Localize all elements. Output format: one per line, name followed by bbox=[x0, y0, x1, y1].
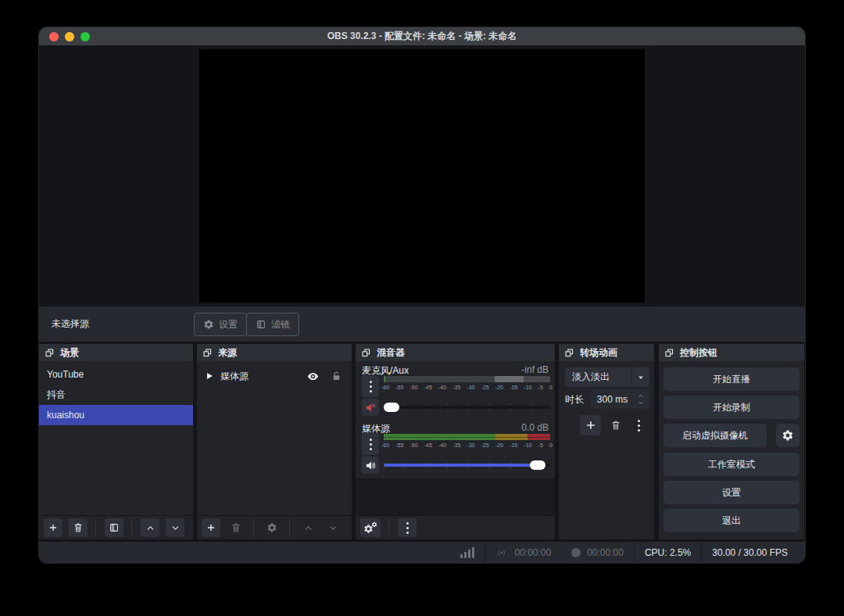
duration-input[interactable]: 300 ms bbox=[590, 389, 649, 409]
network-status bbox=[450, 547, 485, 558]
sources-panel: 来源 媒体源 bbox=[197, 344, 352, 539]
broadcast-icon bbox=[495, 546, 508, 559]
speaker-icon bbox=[365, 460, 377, 471]
window-title: OBS 30.2.3 - 配置文件: 未命名 - 场景: 未命名 bbox=[327, 30, 517, 43]
chevron-up-icon bbox=[304, 524, 313, 532]
dock-icon bbox=[564, 348, 574, 358]
add-scene-button[interactable] bbox=[44, 518, 63, 537]
toolbar-separator bbox=[289, 520, 291, 535]
eye-icon[interactable] bbox=[306, 370, 320, 383]
mute-button[interactable] bbox=[362, 457, 379, 474]
source-item[interactable]: 媒体源 bbox=[197, 364, 352, 388]
settings-button[interactable]: 设置 bbox=[663, 481, 799, 504]
plus-icon bbox=[206, 522, 216, 533]
start-virtual-camera-button[interactable]: 启动虚拟摄像机 bbox=[663, 424, 767, 447]
mixer-panel-header[interactable]: 混音器 bbox=[356, 344, 555, 361]
toolbar-separator bbox=[388, 520, 390, 535]
add-transition-button[interactable] bbox=[580, 415, 601, 435]
signal-bars-icon bbox=[460, 547, 474, 558]
add-source-button[interactable] bbox=[202, 518, 220, 537]
scenes-panel-header[interactable]: 场景 bbox=[39, 344, 193, 361]
spin-up-icon[interactable] bbox=[637, 393, 645, 399]
source-filters-toolbar-button[interactable]: 滤镜 bbox=[246, 313, 299, 336]
source-properties-toolbar-button[interactable]: 设置 bbox=[194, 313, 247, 336]
move-source-down-button[interactable] bbox=[324, 518, 342, 537]
slider-handle[interactable] bbox=[384, 403, 399, 412]
title-bar[interactable]: OBS 30.2.3 - 配置文件: 未命名 - 场景: 未命名 bbox=[39, 27, 805, 45]
transitions-panel-header[interactable]: 转场动画 bbox=[559, 344, 654, 361]
traffic-lights bbox=[49, 27, 90, 45]
volume-meter bbox=[384, 434, 550, 440]
small-gear-icon bbox=[371, 521, 377, 528]
slider-handle[interactable] bbox=[530, 460, 545, 470]
dock-icon bbox=[45, 348, 55, 358]
start-streaming-button[interactable]: 开始直播 bbox=[663, 367, 799, 391]
channel-options-button[interactable] bbox=[362, 433, 379, 455]
minimize-button[interactable] bbox=[65, 32, 74, 41]
sources-panel-title: 来源 bbox=[218, 346, 237, 360]
scenes-toolbar bbox=[39, 515, 193, 539]
no-source-label: 未选择源 bbox=[52, 306, 89, 342]
controls-panel-title: 控制按钮 bbox=[680, 346, 717, 360]
chevron-up-icon bbox=[146, 524, 155, 532]
advanced-audio-button[interactable] bbox=[360, 518, 381, 537]
chevron-down-icon bbox=[171, 524, 180, 532]
controls-panel-header[interactable]: 控制按钮 bbox=[659, 344, 804, 361]
scene-item[interactable]: kuaishou bbox=[39, 405, 193, 425]
scene-filters-button[interactable] bbox=[105, 518, 123, 537]
remove-source-button[interactable] bbox=[227, 518, 245, 537]
dock-icon bbox=[664, 348, 674, 358]
transition-select-value: 淡入淡出 bbox=[565, 371, 631, 384]
preview-area bbox=[39, 45, 805, 306]
dock-icon bbox=[361, 348, 371, 358]
plus-icon bbox=[585, 419, 597, 432]
close-button[interactable] bbox=[49, 32, 59, 41]
exit-button[interactable]: 退出 bbox=[663, 509, 799, 532]
gear-icon bbox=[203, 319, 214, 330]
source-properties-button[interactable] bbox=[263, 518, 281, 537]
scene-item[interactable]: YouTube bbox=[39, 364, 193, 385]
virtual-camera-settings-button[interactable] bbox=[776, 424, 799, 447]
volume-slider[interactable] bbox=[384, 403, 550, 412]
mixer-panel: 混音器 麦克风/Aux -inf dB -60-55-50-45-40-35-3… bbox=[356, 344, 555, 539]
trash-icon bbox=[610, 420, 621, 431]
remove-scene-button[interactable] bbox=[69, 518, 88, 537]
plus-icon bbox=[48, 522, 59, 533]
channel-options-button[interactable] bbox=[362, 375, 379, 397]
remove-transition-button[interactable] bbox=[606, 415, 625, 435]
transition-options-button[interactable] bbox=[631, 415, 647, 435]
transitions-panel-title: 转场动画 bbox=[580, 346, 617, 360]
gear-icon bbox=[781, 429, 794, 442]
mixer-toolbar bbox=[356, 515, 555, 539]
scene-item[interactable]: 抖音 bbox=[39, 385, 193, 405]
speaker-mute-icon bbox=[365, 402, 377, 414]
trash-icon bbox=[231, 522, 241, 533]
move-source-up-button[interactable] bbox=[299, 518, 317, 537]
sources-toolbar bbox=[197, 515, 352, 539]
chevron-down-icon bbox=[329, 524, 338, 532]
filter-icon bbox=[256, 319, 266, 330]
scenes-panel: 场景 YouTube 抖音 kuaishou bbox=[39, 344, 193, 539]
kebab-icon bbox=[406, 522, 409, 534]
move-scene-down-button[interactable] bbox=[166, 518, 184, 537]
duration-label: 时长 bbox=[565, 393, 584, 406]
kebab-icon bbox=[370, 381, 372, 392]
mute-button[interactable] bbox=[362, 399, 379, 416]
start-recording-button[interactable]: 开始录制 bbox=[663, 396, 799, 419]
lock-open-icon[interactable] bbox=[331, 371, 342, 382]
move-scene-up-button[interactable] bbox=[141, 518, 159, 537]
preview-canvas[interactable] bbox=[199, 49, 645, 303]
transition-select[interactable]: 淡入淡出 bbox=[565, 367, 649, 387]
record-status: 00:00:00 bbox=[561, 547, 634, 558]
studio-mode-button[interactable]: 工作室模式 bbox=[663, 453, 799, 476]
dock-icon bbox=[202, 348, 213, 358]
transitions-panel: 转场动画 淡入淡出 时长 300 ms bbox=[559, 344, 654, 539]
sources-panel-header[interactable]: 来源 bbox=[197, 344, 352, 361]
meter-midline bbox=[384, 437, 550, 438]
trash-icon bbox=[73, 522, 84, 533]
toolbar-separator bbox=[253, 520, 255, 535]
spin-down-icon[interactable] bbox=[637, 400, 645, 406]
zoom-button[interactable] bbox=[80, 32, 90, 41]
mixer-options-button[interactable] bbox=[398, 518, 417, 537]
volume-slider[interactable] bbox=[384, 460, 550, 470]
